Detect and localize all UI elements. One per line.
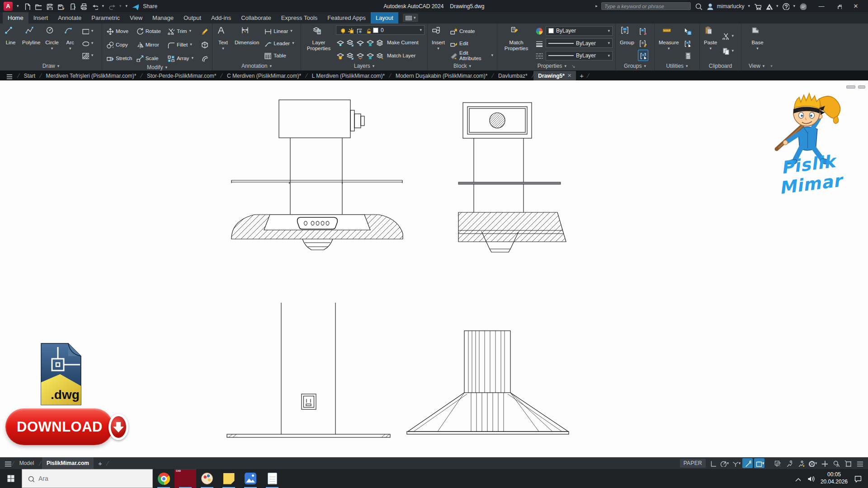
explode-button[interactable] — [199, 39, 209, 50]
object-snap-button[interactable]: ▾ — [754, 458, 764, 468]
new-layout-button[interactable]: + — [94, 460, 106, 467]
polyline-button[interactable]: Polyline — [21, 25, 42, 61]
mirror-button[interactable]: Mirror — [135, 39, 166, 50]
isometric-drafting-button[interactable]: ▾ — [731, 458, 741, 468]
layer-properties-button[interactable]: Layer Properties — [304, 25, 334, 61]
save-as-icon[interactable] — [57, 3, 64, 10]
drawing-canvas[interactable]: Pislik Mimar .dwg DOWNLOAD — [0, 80, 868, 457]
autodesk-caret[interactable]: ▾ — [776, 4, 778, 8]
hatch-button[interactable]: ▾ — [80, 50, 94, 61]
redo-caret[interactable]: ▾ — [119, 4, 122, 8]
caret-down-icon[interactable]: ▾ — [17, 4, 19, 8]
move-button[interactable]: Move — [105, 25, 135, 37]
file-tabs-menu-icon[interactable] — [0, 71, 18, 80]
edit-attributes-button[interactable]: Edit Attributes▾ — [448, 50, 494, 61]
file-tab-start[interactable]: Start — [19, 71, 40, 80]
edit-block-button[interactable]: Edit — [448, 38, 494, 49]
taskbar-search-input[interactable] — [38, 475, 129, 482]
autocad-logo-icon[interactable]: A — [4, 2, 13, 11]
quick-calculator-button[interactable] — [683, 50, 692, 61]
tray-expand-icon[interactable] — [794, 475, 801, 482]
group-selection-toggle[interactable] — [638, 50, 648, 61]
groups-panel-label[interactable]: Groups▾ — [616, 61, 654, 70]
annotation-visibility-button[interactable] — [783, 458, 794, 468]
annotation-autoscale-button[interactable] — [795, 458, 806, 468]
copy-clip-button[interactable]: ▾ — [721, 45, 735, 56]
volume-icon[interactable] — [807, 474, 815, 483]
panel-collapse-icon[interactable]: ▾ — [770, 64, 773, 68]
taskbar-search[interactable] — [22, 469, 153, 488]
taskbar-paint[interactable] — [196, 469, 218, 488]
table-button[interactable]: Table — [263, 50, 295, 61]
circle-button[interactable]: Circle▾ — [44, 25, 60, 61]
autodesk-account-icon[interactable] — [765, 2, 773, 10]
save-to-mobile-icon[interactable] — [68, 3, 75, 10]
help-caret[interactable]: ▾ — [793, 4, 795, 8]
layer-on-all-icon[interactable] — [336, 52, 344, 60]
layout-menu-icon[interactable] — [4, 460, 11, 467]
file-tab-drawing5[interactable]: Drawing5*✕ — [533, 71, 576, 80]
tab-output[interactable]: Output — [179, 12, 206, 23]
search-icon[interactable] — [694, 2, 702, 10]
paste-button[interactable]: Paste▾ — [703, 25, 718, 61]
taskbar-clock[interactable]: 00:05 20.04.2026 — [821, 471, 848, 485]
properties-panel-label[interactable]: Properties▾↘ — [497, 61, 615, 70]
customization-menu-button[interactable] — [854, 458, 864, 468]
tab-express-tools[interactable]: Express Tools — [276, 12, 323, 23]
signed-in-user[interactable]: mimarlucky — [717, 3, 745, 9]
rectangle-button[interactable]: ▾ — [80, 25, 94, 37]
close-tab-icon[interactable]: ✕ — [567, 73, 571, 79]
model-tab[interactable]: Model — [15, 457, 39, 469]
line-button[interactable]: Line — [3, 25, 19, 61]
ungroup-button[interactable] — [638, 25, 648, 37]
quick-select-button[interactable] — [683, 25, 692, 37]
rotate-button[interactable]: Rotate — [135, 25, 166, 37]
user-caret[interactable]: ▾ — [748, 4, 750, 8]
match-layer-button[interactable]: Match Layer — [387, 53, 415, 58]
arc-button[interactable]: Arc▾ — [62, 25, 78, 61]
taskbar-autocad[interactable]: ACAD — [175, 469, 196, 488]
stretch-button[interactable]: Stretch — [105, 52, 135, 64]
file-tab-davlumbaz[interactable]: Davlumbaz* — [494, 71, 532, 80]
new-file-icon[interactable] — [23, 3, 30, 10]
layer-lock-icon[interactable] — [366, 38, 374, 47]
grid-mode-button[interactable] — [707, 458, 717, 468]
taskbar-sticky-notes[interactable] — [218, 469, 240, 488]
redo-icon[interactable] — [108, 3, 115, 10]
help-search-input[interactable] — [601, 2, 691, 10]
start-button[interactable] — [0, 469, 22, 488]
linetype-select[interactable]: ByLayer▾ — [546, 51, 613, 61]
create-block-button[interactable]: Create — [448, 25, 494, 37]
leader-button[interactable]: Leader▾ — [263, 38, 295, 49]
annotation-panel-label[interactable]: Annotation▾ — [212, 61, 301, 70]
make-current-button[interactable]: Make Current — [387, 40, 419, 45]
tab-collaborate[interactable]: Collaborate — [236, 12, 276, 23]
insert-block-button[interactable]: Insert▾ — [430, 25, 446, 61]
fillet-button[interactable]: Fillet▾ — [166, 39, 199, 50]
file-tab-stor-perde[interactable]: Stor-Perde-PislikMimar.com* — [142, 71, 221, 80]
undo-caret[interactable]: ▾ — [102, 4, 104, 8]
minimize-button[interactable]: — — [813, 0, 830, 12]
lineweight-select[interactable]: ByLayer▾ — [546, 38, 613, 48]
file-tab-merdiven-tefrisleri[interactable]: Merdiven Tefrişleri (PislikMimar.com)* — [42, 71, 141, 80]
layers-panel-label[interactable]: Layers▾ — [301, 61, 427, 70]
taskbar-notepad[interactable] — [261, 469, 283, 488]
tab-home[interactable]: Home — [3, 12, 28, 23]
feedback-icon[interactable] — [799, 2, 807, 10]
object-color-select[interactable]: ByLayer▾ — [546, 26, 613, 36]
file-tab-c-merdiven[interactable]: C Merdiven (PislikMimar.com)* — [222, 71, 306, 80]
array-button[interactable]: Array▾ — [166, 52, 199, 64]
plot-icon[interactable] — [80, 3, 87, 10]
taskbar-chrome[interactable] — [153, 469, 175, 488]
tab-insert[interactable]: Insert — [28, 12, 53, 23]
layer-unisolate-icon[interactable] — [346, 52, 354, 60]
copy-button[interactable]: Copy — [105, 39, 135, 50]
layer-thaw-all-icon[interactable] — [356, 52, 364, 60]
group-button[interactable]: Group — [618, 25, 636, 61]
match-properties-button[interactable]: Match Properties — [500, 25, 533, 61]
taskbar-photos[interactable] — [240, 469, 261, 488]
share-label[interactable]: Share — [143, 3, 157, 9]
draw-panel-label[interactable]: Draw▾ — [0, 61, 102, 70]
make-current-icon[interactable] — [376, 38, 384, 47]
layer-freeze-icon[interactable] — [356, 38, 364, 47]
